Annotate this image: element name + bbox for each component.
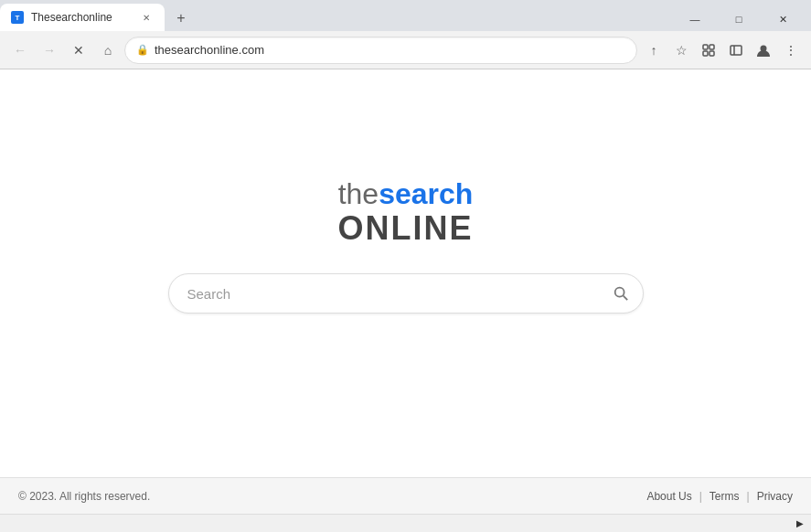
logo-container: thesearch ONLINE xyxy=(337,178,473,247)
tab-bar: T Thesearchonline ✕ + xyxy=(0,0,194,31)
window-controls: — □ ✕ xyxy=(674,7,804,31)
tab-title: Thesearchonline xyxy=(31,11,132,24)
logo-search: search xyxy=(379,177,473,210)
svg-rect-2 xyxy=(703,51,708,56)
footer-terms[interactable]: Terms xyxy=(710,490,740,503)
browser-window: T Thesearchonline ✕ + — □ ✕ ← → ✕ ⌂ 🔒 th… xyxy=(0,0,811,532)
search-input[interactable] xyxy=(168,273,644,314)
toolbar: ← → ✕ ⌂ 🔒 thesearchonline.com ↑ ☆ xyxy=(0,31,811,69)
toolbar-actions: ↑ ☆ xyxy=(641,37,804,63)
svg-line-8 xyxy=(623,296,627,301)
status-bar: ▶ xyxy=(0,514,811,532)
search-container xyxy=(168,273,644,314)
sidebar-button[interactable] xyxy=(723,37,749,63)
svg-point-7 xyxy=(614,288,624,297)
active-tab[interactable]: T Thesearchonline ✕ xyxy=(0,4,165,31)
footer-copyright: © 2023. All rights reserved. xyxy=(18,490,646,503)
close-button[interactable]: ✕ xyxy=(762,7,804,31)
page-footer: © 2023. All rights reserved. About Us | … xyxy=(0,477,811,514)
home-button[interactable]: ⌂ xyxy=(95,37,121,63)
svg-rect-3 xyxy=(710,51,714,56)
reload-button[interactable]: ✕ xyxy=(66,37,91,63)
scroll-right-icon: ▶ xyxy=(796,518,804,528)
address-bar[interactable]: 🔒 thesearchonline.com xyxy=(124,37,637,64)
menu-button[interactable]: ⋮ xyxy=(778,37,804,63)
maximize-button[interactable]: □ xyxy=(718,7,760,31)
footer-links: About Us | Terms | Privacy xyxy=(646,490,793,503)
footer-divider-2: | xyxy=(747,490,750,503)
profile-button[interactable] xyxy=(751,37,776,63)
tab-favicon: T xyxy=(11,11,24,24)
svg-rect-1 xyxy=(710,45,714,49)
url-text: thesearchonline.com xyxy=(155,43,625,57)
page-main-content: thesearch ONLINE xyxy=(0,69,811,477)
logo-online: ONLINE xyxy=(337,210,473,247)
tab-close-button[interactable]: ✕ xyxy=(139,10,154,25)
search-button[interactable] xyxy=(613,285,629,302)
back-button[interactable]: ← xyxy=(7,37,33,63)
extensions-button[interactable] xyxy=(696,37,721,63)
bookmark-button[interactable]: ☆ xyxy=(668,37,694,63)
footer-privacy[interactable]: Privacy xyxy=(757,490,793,503)
lock-icon: 🔒 xyxy=(136,44,149,56)
footer-divider-1: | xyxy=(699,490,702,503)
logo-the: the xyxy=(338,177,379,210)
title-bar: T Thesearchonline ✕ + — □ ✕ xyxy=(0,0,811,31)
footer-about-us[interactable]: About Us xyxy=(646,490,691,503)
share-button[interactable]: ↑ xyxy=(641,37,667,63)
new-tab-button[interactable]: + xyxy=(168,5,194,31)
minimize-button[interactable]: — xyxy=(674,7,716,31)
svg-rect-0 xyxy=(703,45,708,49)
search-icon xyxy=(613,285,629,302)
browser-content: thesearch ONLINE © 2023. All rights rese… xyxy=(0,69,811,514)
logo-line1: thesearch xyxy=(337,178,473,210)
forward-button[interactable]: → xyxy=(37,37,62,63)
svg-rect-4 xyxy=(731,46,742,55)
